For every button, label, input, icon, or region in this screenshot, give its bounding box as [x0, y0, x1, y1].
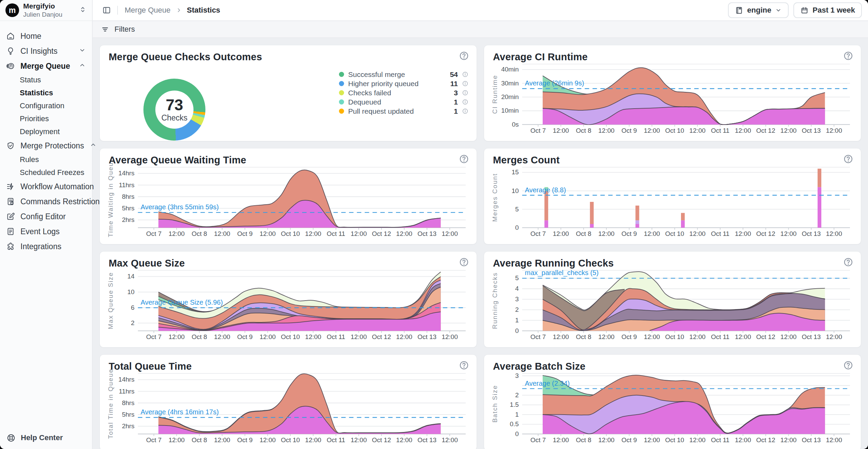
svg-text:Oct 10: Oct 10	[665, 333, 684, 340]
svg-text:12:00: 12:00	[169, 333, 185, 340]
average-line-label: max_parallel_checks (5)	[525, 269, 599, 277]
svg-text:Oct 11: Oct 11	[711, 230, 729, 237]
svg-text:10: 10	[127, 288, 135, 295]
svg-text:Oct 8: Oct 8	[192, 333, 207, 340]
org-name: Mergifyio	[23, 2, 75, 11]
info-icon[interactable]	[462, 99, 468, 105]
sidebar-item-label: CI Insights	[20, 47, 73, 56]
sidebar-item-rules[interactable]: Rules	[0, 153, 92, 166]
sidebar-item-deployment[interactable]: Deployment	[0, 125, 92, 138]
repository-selector[interactable]: engine	[728, 2, 789, 18]
info-icon[interactable]	[462, 80, 468, 87]
svg-text:Oct 9: Oct 9	[621, 436, 637, 444]
app-window: m Mergifyio Julien Danjou HomeCI Insight…	[0, 0, 868, 449]
legend-label: Dequeued	[348, 98, 450, 106]
svg-text:12:00: 12:00	[553, 230, 569, 237]
integrations-icon	[6, 242, 15, 251]
card-help-icon[interactable]	[459, 51, 469, 61]
svg-text:12:00: 12:00	[598, 230, 614, 237]
svg-text:12:00: 12:00	[553, 333, 569, 340]
svg-text:2hrs: 2hrs	[122, 216, 135, 223]
bulb-icon	[6, 47, 15, 55]
sidebar-item-statistics[interactable]: Statistics	[0, 86, 92, 99]
help-center[interactable]: Help Center	[0, 427, 92, 449]
legend-dot	[339, 72, 344, 77]
sidebar-item-config-editor[interactable]: Config Editor	[0, 209, 92, 224]
svg-text:12:00: 12:00	[780, 230, 796, 237]
svg-text:12:00: 12:00	[351, 436, 367, 444]
sidebar-item-label: Integrations	[20, 242, 86, 251]
sidebar-item-commands-restrictions[interactable]: Commands Restrictions	[0, 194, 92, 209]
sidebar-item-label: Statistics	[20, 89, 86, 97]
bar-segment-magenta	[635, 224, 639, 228]
breadcrumb-current: Statistics	[187, 6, 220, 15]
legend-row-checks-failed[interactable]: Checks failed 3	[339, 88, 468, 97]
time-range-button[interactable]: Past 1 week	[793, 2, 862, 18]
bar-segment-salmon	[635, 206, 639, 220]
info-icon[interactable]	[462, 108, 468, 114]
svg-text:10: 10	[512, 187, 519, 194]
sidebar-item-label: Deployment	[20, 127, 86, 136]
svg-text:14hrs: 14hrs	[118, 376, 134, 383]
svg-text:12:00: 12:00	[689, 127, 706, 134]
svg-text:12:00: 12:00	[644, 436, 660, 444]
sidebar-item-merge-protections[interactable]: Merge Protections	[0, 138, 92, 153]
chevron-up-icon	[90, 141, 97, 150]
svg-text:5: 5	[515, 274, 519, 282]
legend-row-dequeued[interactable]: Dequeued 1	[339, 97, 468, 107]
svg-text:12:00: 12:00	[780, 436, 796, 444]
max-queue-size-chart: 261014Oct 712:00Oct 812:00Oct 912:00Oct …	[108, 266, 468, 344]
sidebar-item-label: Merge Queue	[20, 62, 73, 71]
svg-text:12:00: 12:00	[644, 333, 660, 340]
info-icon[interactable]	[462, 71, 468, 78]
sidebar-item-scheduled-freezes[interactable]: Scheduled Freezes	[0, 166, 92, 179]
filter-icon[interactable]	[101, 25, 109, 34]
chevron-up-icon	[79, 62, 86, 71]
filters-label[interactable]: Filters	[114, 25, 135, 34]
y-axis-title: Time Waiting in Queue	[108, 162, 114, 237]
sidebar-item-integrations[interactable]: Integrations	[0, 239, 92, 254]
svg-text:Oct 12: Oct 12	[372, 230, 391, 237]
svg-text:Oct 8: Oct 8	[192, 436, 207, 444]
svg-text:12:00: 12:00	[351, 333, 367, 340]
legend-row-successful-merge[interactable]: Successful merge 54	[339, 70, 468, 79]
info-icon[interactable]	[462, 90, 468, 96]
time-range-label: Past 1 week	[812, 6, 855, 15]
total-queue-time-chart: 2hrs5hrs8hrs11hrs14hrsOct 712:00Oct 812:…	[108, 369, 468, 448]
average-line: Average (26min 9s)	[522, 79, 850, 89]
sidebar-item-workflow-automation[interactable]: Workflow Automation	[0, 179, 92, 194]
svg-text:1: 1	[515, 411, 519, 418]
sidebar-item-status[interactable]: Status	[0, 74, 92, 86]
sidebar-item-ci-insights[interactable]: CI Insights	[0, 44, 92, 59]
sidebar-item-merge-queue[interactable]: Merge Queue	[0, 59, 92, 74]
sidebar-item-priorities[interactable]: Priorities	[0, 112, 92, 125]
org-expand-icon[interactable]	[79, 6, 87, 15]
svg-text:12:00: 12:00	[169, 436, 185, 444]
svg-text:5: 5	[515, 206, 519, 213]
sidebar-item-label: Home	[20, 32, 86, 41]
sidebar-item-home[interactable]: Home	[0, 29, 92, 44]
svg-text:Oct 7: Oct 7	[530, 127, 546, 134]
sidebar-item-event-logs[interactable]: Event Logs	[0, 224, 92, 239]
average-line-label: Average (2.34)	[525, 380, 570, 387]
sidebar-item-configuration[interactable]: Configuration	[0, 99, 92, 112]
svg-text:Oct 9: Oct 9	[237, 436, 252, 444]
card-average-ci-runtime: Average CI Runtime 0s10min20min30min40mi…	[484, 45, 861, 141]
svg-text:Oct 11: Oct 11	[711, 333, 729, 340]
svg-text:12:00: 12:00	[735, 230, 751, 237]
legend-row-pull-request-updated[interactable]: Pull request updated 1	[339, 107, 468, 116]
checks-outcomes-donut: 73 Checks	[143, 79, 205, 141]
legend-row-higher-priority-queued[interactable]: Higher priority queued 11	[339, 79, 468, 88]
svg-text:10min: 10min	[501, 107, 519, 114]
sidebar-toggle-button[interactable]	[101, 4, 112, 16]
legend-value: 11	[450, 80, 458, 88]
svg-text:1.5: 1.5	[510, 401, 518, 408]
org-switcher[interactable]: m Mergifyio Julien Danjou	[0, 0, 92, 21]
y-axis-title: Merges Count	[492, 173, 498, 222]
card-average-batch-size: Average Batch Size 00.511.523Oct 712:00O…	[484, 354, 861, 449]
svg-text:Oct 10: Oct 10	[665, 436, 684, 444]
merge-queue-icon	[6, 62, 15, 70]
breadcrumb-parent[interactable]: Merge Queue	[125, 6, 171, 15]
card-max-queue-size: Max Queue Size 261014Oct 712:00Oct 812:0…	[99, 251, 477, 348]
sidebar-item-label: Rules	[20, 155, 86, 164]
